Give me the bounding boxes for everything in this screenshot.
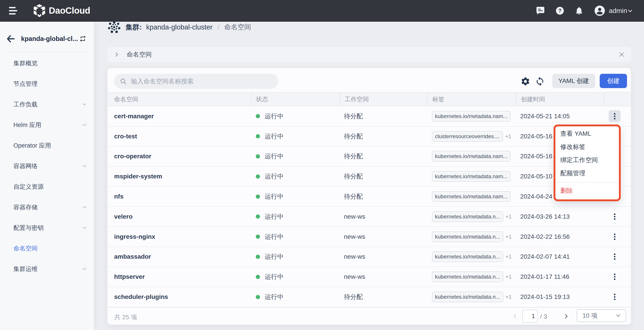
sidebar-header: kpanda-global-cl...	[0, 35, 94, 42]
table-row[interactable]: cro-test 运行中 待分配 clusterresourceoverride…	[108, 127, 631, 147]
sidebar-cluster-name[interactable]: kpanda-global-cl...	[21, 35, 79, 42]
chevron-down-icon	[82, 163, 87, 169]
avatar[interactable]	[594, 5, 605, 16]
table-row[interactable]: ambassador 运行中 new-ws kubernetes.io/meta…	[108, 247, 631, 267]
namespace-panel-bar[interactable]: 命名空间	[108, 47, 631, 62]
status-dot	[256, 255, 260, 259]
namespace-name[interactable]: ambassador	[108, 247, 251, 267]
namespace-name[interactable]: cro-test	[108, 127, 251, 146]
namespace-name[interactable]: cro-operator	[108, 147, 251, 166]
topbar-right: ? admin	[501, 0, 644, 22]
menu-divider	[556, 182, 619, 183]
switch-cluster-icon[interactable]	[79, 35, 86, 42]
row-actions-button[interactable]	[609, 211, 620, 223]
sidebar-item-cluster-overview[interactable]: 集群概览	[0, 53, 94, 73]
sidebar-item-custom-resources[interactable]: 自定义资源	[0, 176, 94, 197]
status-text: 运行中	[265, 132, 284, 141]
yaml-create-button[interactable]: YAML 创建	[552, 74, 595, 88]
menu-item-bind-workspace[interactable]: 绑定工作空间	[556, 153, 619, 167]
breadcrumb-cluster-link[interactable]: kpanda-global-cluster	[146, 23, 212, 31]
messages-icon[interactable]	[536, 6, 545, 15]
search-placeholder: 输入命名空间名称搜索	[131, 77, 194, 86]
menu-item-quota-management[interactable]: 配额管理	[556, 167, 619, 180]
workspace-cell: new-ws	[340, 247, 427, 267]
table-row[interactable]: cro-operator 运行中 待分配 kubernetes.io/metad…	[108, 147, 631, 167]
namespace-name[interactable]: scheduler-plugins	[108, 287, 251, 307]
sidebar-item-cluster-ops[interactable]: 集群运维	[0, 259, 94, 279]
sidebar-item-operator-apps[interactable]: Operator 应用	[0, 135, 94, 156]
sidebar-item-namespaces[interactable]: 命名空间	[0, 238, 94, 259]
settings-gear-icon[interactable]	[520, 76, 530, 86]
page-size-select[interactable]: 10 项	[577, 310, 626, 322]
namespace-name[interactable]: nfs	[108, 187, 251, 206]
namespace-name[interactable]: cert-manager	[108, 106, 251, 126]
workspace-cell: 待分配	[340, 127, 427, 146]
table-row[interactable]: mspider-system 运行中 待分配 kubernetes.io/met…	[108, 167, 631, 187]
status-dot	[256, 214, 260, 219]
label-chip: clusterresourceoverrides....	[432, 131, 503, 142]
menu-item-edit-labels[interactable]: 修改标签	[556, 140, 619, 153]
status-text: 运行中	[265, 192, 284, 201]
table-row[interactable]: httpserver 运行中 new-ws kubernetes.io/meta…	[108, 267, 631, 287]
user-menu-chevron-icon[interactable]	[627, 7, 634, 14]
column-header-created: 创建时间	[516, 93, 604, 106]
created-cell: 2024-02-22 16:56	[516, 227, 604, 247]
namespace-name[interactable]: mspider-system	[108, 167, 251, 186]
sidebar-item-container-network[interactable]: 容器网络	[0, 156, 94, 176]
sidebar-item-node-management[interactable]: 节点管理	[0, 73, 94, 94]
row-actions-button[interactable]	[609, 251, 620, 263]
breadcrumb-current: 命名空间	[224, 22, 251, 32]
sidebar-item-helm-apps[interactable]: Helm 应用	[0, 115, 94, 135]
sidebar-item-workloads[interactable]: 工作负载	[0, 94, 94, 115]
column-header-namespace: 命名空间	[108, 93, 251, 106]
breadcrumb-separator: /	[218, 23, 219, 31]
table-row[interactable]: cert-manager 运行中 待分配 kubernetes.io/metad…	[108, 106, 631, 127]
menu-toggle-icon[interactable]	[9, 7, 18, 14]
refresh-icon[interactable]	[535, 76, 545, 86]
help-icon[interactable]: ?	[555, 6, 564, 15]
create-button[interactable]: 创建	[600, 74, 627, 88]
close-icon[interactable]	[618, 51, 625, 58]
column-header-status: 状态	[251, 93, 340, 106]
created-cell: 2024-02-07 14:41	[516, 247, 604, 267]
table-row[interactable]: ingress-nginx 运行中 new-ws kubernetes.io/m…	[108, 227, 631, 247]
status-text: 运行中	[265, 172, 284, 181]
label-chip: kubernetes.io/metadata.n...	[432, 272, 503, 282]
sidebar-menu: 集群概览 节点管理 工作负载 Helm 应用 Operator 应用 容器网络 …	[0, 53, 94, 279]
sidebar-item-config-secrets[interactable]: 配置与密钥	[0, 218, 94, 238]
notifications-icon[interactable]	[574, 6, 584, 15]
back-arrow-icon[interactable]	[6, 35, 15, 42]
workspace-cell: new-ws	[340, 227, 427, 247]
namespace-name[interactable]: velero	[108, 207, 251, 227]
table-row[interactable]: scheduler-plugins 运行中 待分配 kubernetes.io/…	[108, 287, 631, 307]
status-text: 运行中	[265, 252, 284, 261]
breadcrumb-prefix: 集群:	[126, 22, 142, 32]
row-actions-button[interactable]	[609, 110, 620, 122]
daocloud-logo[interactable]: DaoCloud	[34, 4, 90, 18]
workspace-cell: 待分配	[340, 167, 427, 186]
label-chip: kubernetes.io/metadata.n...	[432, 251, 503, 262]
sidebar-item-container-storage[interactable]: 容器存储	[0, 197, 94, 218]
svg-text:?: ?	[558, 7, 562, 14]
namespace-name[interactable]: ingress-nginx	[108, 227, 251, 247]
table-row[interactable]: velero 运行中 new-ws kubernetes.io/metadata…	[108, 207, 631, 227]
status-text: 运行中	[265, 233, 284, 241]
menu-item-view-yaml[interactable]: 查看 YAML	[556, 127, 619, 140]
kebab-menu-icon	[610, 212, 619, 221]
row-actions-button[interactable]	[609, 231, 620, 243]
prev-page-icon[interactable]	[512, 311, 519, 322]
sidebar-divider	[7, 52, 87, 52]
username[interactable]: admin	[609, 7, 627, 14]
table-row[interactable]: nfs 运行中 待分配 kubernetes.io/metadata.nam..…	[108, 187, 631, 207]
next-page-icon[interactable]	[563, 311, 570, 322]
top-navbar: DaoCloud ? admin	[0, 0, 644, 22]
expand-chevron-icon[interactable]	[114, 52, 120, 57]
search-input[interactable]: 输入命名空间名称搜索	[114, 74, 278, 89]
sidebar: kpanda-global-cl... 集群概览 节点管理 工作负载 Helm …	[0, 22, 94, 330]
row-actions-button[interactable]	[609, 291, 620, 303]
workspace-cell: 待分配	[340, 147, 427, 166]
namespace-name[interactable]: httpserver	[108, 267, 251, 287]
menu-item-delete[interactable]: 删除	[556, 184, 619, 197]
row-actions-button[interactable]	[609, 271, 620, 283]
page-number-input[interactable]: 1	[522, 310, 538, 323]
